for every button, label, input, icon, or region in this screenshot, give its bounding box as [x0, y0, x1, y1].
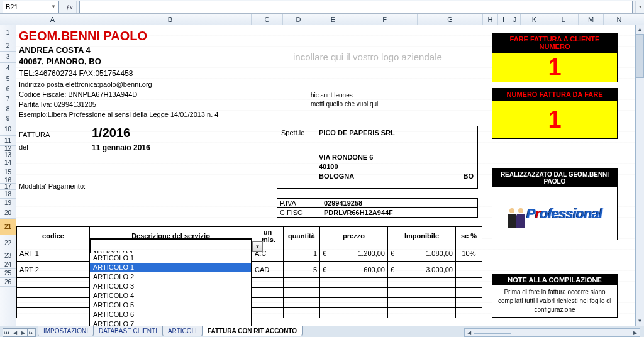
row-header-26[interactable]: 26 — [0, 278, 16, 287]
row-header-18[interactable]: 18 — [0, 190, 16, 199]
col-header-N[interactable]: N — [604, 14, 635, 25]
row-header-23[interactable]: 23 — [0, 251, 16, 260]
row-header-9[interactable]: 9 — [0, 114, 16, 123]
row-header-1[interactable]: 1 — [0, 25, 16, 40]
col-header-J[interactable]: J — [509, 14, 521, 25]
row-header-24[interactable]: 24 — [0, 260, 16, 269]
row-header-3[interactable]: 3 — [0, 52, 16, 63]
row-header-8[interactable]: 8 — [0, 104, 16, 114]
sheet-tab[interactable]: ARTICOLI — [162, 326, 203, 336]
formula-input[interactable] — [79, 1, 633, 13]
cell-dropdown-button[interactable]: ▼ — [252, 241, 263, 252]
law-line: Esempio:Libera Professione ai sensi dell… — [19, 111, 218, 118]
row-header-6[interactable]: 6 — [0, 84, 16, 94]
row-header-15[interactable]: 15 — [0, 167, 16, 177]
dropdown-item[interactable]: ARTICOLO 6 — [90, 310, 251, 319]
sheet-tab-bar: ⏮ ◀ ▶ ⏭ IMPOSTAZIONIDATABASE CLIENTIARTI… — [0, 326, 644, 337]
col-header-A[interactable]: A — [16, 14, 89, 25]
row-header-11[interactable]: 11 — [0, 136, 16, 146]
col-header-C[interactable]: C — [252, 14, 283, 25]
dropdown-item[interactable]: ARTICOLO 4 — [90, 291, 251, 301]
horizontal-scrollbar[interactable]: ◀ ▶ — [464, 328, 640, 337]
col-header-L[interactable]: L — [548, 14, 579, 25]
col-header-B[interactable]: B — [89, 14, 252, 25]
name-box[interactable]: B21 ▼ — [3, 1, 59, 13]
side-box-logo: REALIZZAZZATO DAL GEOM.BENNI PAOLO Profe… — [492, 168, 618, 240]
dropdown-item[interactable]: ARTICOLO 5 — [90, 301, 251, 310]
spettle-label: Spett.le — [281, 128, 319, 138]
col-header-H[interactable]: H — [483, 14, 498, 25]
expand-formula-bar-icon[interactable]: ▾ — [635, 1, 644, 13]
side-box1-value[interactable]: 1 — [492, 53, 618, 82]
tab-nav-buttons[interactable]: ⏮ ◀ ▶ ⏭ — [3, 328, 35, 337]
vertical-scrollbar[interactable]: ▲ ▼ — [635, 25, 644, 326]
row-header-19[interactable]: 19 — [0, 199, 16, 207]
inv-th: prezzo — [320, 227, 388, 245]
tab-nav-last-icon[interactable]: ⏭ — [27, 328, 36, 337]
tab-nav-first-icon[interactable]: ⏮ — [3, 328, 11, 337]
row-header-2[interactable]: 2 — [0, 40, 16, 52]
cell-dropdown-list[interactable]: ARTICOLO 1ARTICOLO 1ARTICOLO 2ARTICOLO 3… — [89, 253, 252, 337]
sheet-tab[interactable]: DATABASE CLIENTI — [93, 326, 163, 336]
row-header-4[interactable]: 4 — [0, 63, 16, 74]
client-zip: 40100 — [319, 162, 338, 172]
cfisc-label: C.FISC — [277, 208, 321, 218]
hscroll-thumb[interactable] — [474, 333, 511, 334]
tab-nav-prev-icon[interactable]: ◀ — [11, 328, 19, 337]
row-header-22[interactable]: 22 — [0, 235, 16, 251]
row-header-17[interactable]: 17 — [0, 184, 16, 190]
address-line-2: 40067, PIANORO, BO — [19, 57, 101, 66]
chevron-down-icon[interactable]: ▼ — [51, 4, 56, 9]
scroll-left-icon[interactable]: ◀ — [465, 330, 474, 336]
side-box2-value[interactable]: 1 — [492, 101, 618, 139]
row-header-13[interactable]: 13 — [0, 152, 16, 158]
inv-th: quantità — [284, 227, 320, 245]
scroll-up-icon[interactable]: ▲ — [636, 25, 644, 34]
notes-body: Prima di fare la fattura occorre siano c… — [492, 285, 618, 318]
vscroll-thumb[interactable] — [636, 34, 644, 78]
col-header-I[interactable]: I — [498, 14, 509, 25]
col-header-K[interactable]: K — [521, 14, 548, 25]
codice-fiscale: Codice Fiscale: BNNPLA67H13A944D — [19, 91, 137, 98]
name-box-value: B21 — [6, 3, 18, 11]
side-box-fattura: NUMERO FATTURA DA FARE 1 — [492, 88, 618, 139]
inv-th: sc % — [456, 227, 482, 245]
inv-th: Descrizione del servizio — [90, 227, 252, 245]
dropdown-item[interactable]: ARTICOLO 1 — [90, 263, 251, 272]
row-header-14[interactable]: 14 — [0, 158, 16, 167]
fattura-label: FATTURA — [19, 131, 50, 138]
fattura-date: 11 gennaio 2016 — [92, 143, 150, 152]
address-line-1: ANDREA COSTA 4 — [19, 45, 91, 55]
sheet-tab[interactable]: FATTURA CON RIT ACCONTO — [202, 326, 303, 336]
spreadsheet-cells[interactable]: GEOM.BENNI PAOLO ANDREA COSTA 4 40067, P… — [16, 25, 644, 326]
partita-iva: Partita Iva: 02994131205 — [19, 101, 96, 108]
row-header-10[interactable]: 10 — [0, 123, 16, 136]
dropdown-item[interactable]: ARTICOLO 3 — [90, 282, 251, 291]
col-header-D[interactable]: D — [283, 14, 314, 25]
scroll-right-icon[interactable]: ▶ — [631, 330, 640, 336]
col-header-M[interactable]: M — [579, 14, 604, 25]
row-header-5[interactable]: 5 — [0, 74, 16, 84]
col-header-E[interactable]: E — [314, 14, 352, 25]
fx-icon[interactable]: ƒx — [62, 1, 77, 13]
dropdown-item[interactable]: ARTICOLO 1 — [90, 253, 251, 263]
col-header-F[interactable]: F — [352, 14, 418, 25]
row-header-21[interactable]: 21 — [0, 219, 16, 235]
dropdown-item[interactable]: ARTICOLO 2 — [90, 272, 251, 282]
tab-nav-next-icon[interactable]: ▶ — [19, 328, 28, 337]
professional-logo: Professional — [492, 187, 618, 240]
piva-label: P.IVA — [277, 199, 321, 208]
client-prov: BO — [464, 172, 474, 181]
col-header-G[interactable]: G — [418, 14, 483, 25]
row-header-25[interactable]: 25 — [0, 269, 16, 278]
row-header-20[interactable]: 20 — [0, 207, 16, 219]
row-header-7[interactable]: 7 — [0, 94, 16, 104]
metti-note: metti quello che vuoi qui — [311, 101, 378, 108]
select-all-corner[interactable] — [0, 14, 16, 25]
email-line: Indirizzo posta elettronica:paolo@benni.… — [19, 80, 152, 88]
scroll-down-icon[interactable]: ▼ — [636, 317, 644, 326]
notes-header: NOTE ALLA COMPILAZIONE — [492, 274, 618, 285]
client-city: BOLOGNA — [319, 172, 464, 181]
sheet-tab[interactable]: IMPOSTAZIONI — [38, 326, 94, 336]
realizzato-header: REALIZZAZZATO DAL GEOM.BENNI PAOLO — [492, 168, 618, 187]
